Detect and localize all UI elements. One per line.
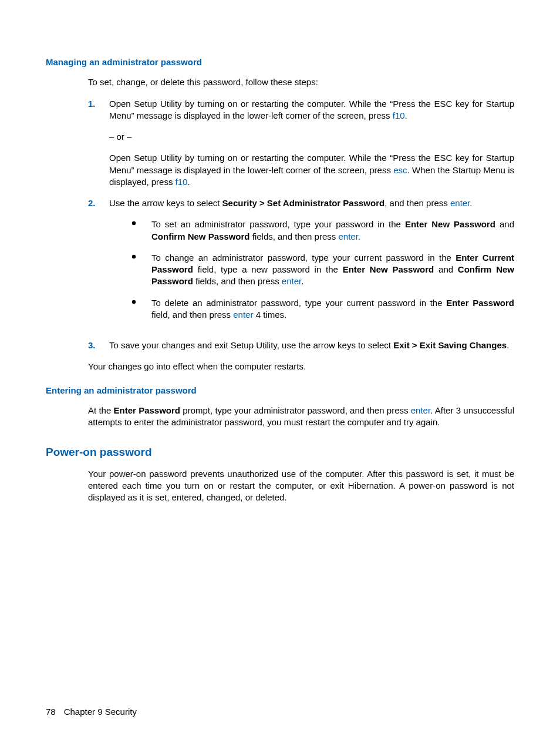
step-number: 1. (88, 98, 109, 189)
bullet-icon (130, 297, 151, 321)
bullet-item: To change an administrator password, typ… (130, 252, 514, 288)
bullet-body: To change an administrator password, typ… (151, 252, 514, 288)
key-enter: enter (338, 231, 357, 241)
bullet-body: To delete an administrator password, typ… (151, 297, 514, 321)
section2-paragraph: At the Enter Password prompt, type your … (88, 405, 514, 429)
page-number: 78 (46, 707, 56, 717)
step-body: To save your changes and exit Setup Util… (109, 340, 514, 351)
key-esc: esc (393, 165, 407, 175)
step-2-paragraph: Use the arrow keys to select Security > … (109, 197, 514, 209)
svg-point-1 (132, 255, 136, 258)
bullet-icon (130, 219, 151, 243)
step-1-paragraph-2: Open Setup Utility by turning on or rest… (109, 152, 514, 188)
chapter-label: Chapter 9 Security (64, 707, 137, 717)
bullet-icon (130, 252, 151, 288)
step-3: 3. To save your changes and exit Setup U… (88, 340, 514, 351)
section3-paragraph: Your power-on password prevents unauthor… (88, 468, 514, 504)
intro-paragraph: To set, change, or delete this password,… (88, 76, 514, 88)
step-1-paragraph-1: Open Setup Utility by turning on or rest… (109, 98, 514, 122)
page-footer: 78Chapter 9 Security (46, 706, 137, 718)
step-body: Use the arrow keys to select Security > … (109, 197, 514, 330)
outro-paragraph: Your changes go into effect when the com… (88, 361, 514, 372)
key-f10: f10 (393, 110, 405, 120)
key-enter: enter (411, 405, 430, 415)
step-3-paragraph: To save your changes and exit Setup Util… (109, 340, 514, 351)
step-number: 2. (88, 197, 109, 330)
step-body: Open Setup Utility by turning on or rest… (109, 98, 514, 189)
key-enter: enter (233, 310, 253, 320)
step-number: 3. (88, 340, 109, 351)
heading-entering-admin-password: Entering an administrator password (46, 385, 514, 396)
key-enter: enter (450, 198, 470, 208)
step-1: 1. Open Setup Utility by turning on or r… (88, 98, 514, 189)
step-2: 2. Use the arrow keys to select Security… (88, 197, 514, 330)
heading-power-on-password: Power-on password (46, 445, 514, 460)
step-1-or: – or – (109, 131, 514, 143)
svg-point-0 (132, 221, 136, 225)
heading-managing-admin-password: Managing an administrator password (46, 56, 514, 68)
key-f10: f10 (176, 177, 188, 187)
key-enter: enter (282, 276, 301, 286)
bullet-item: To set an administrator password, type y… (130, 219, 514, 243)
document-page: Managing an administrator password To se… (0, 0, 560, 504)
bullet-item: To delete an administrator password, typ… (130, 297, 514, 321)
bullet-body: To set an administrator password, type y… (151, 219, 514, 243)
svg-point-2 (132, 300, 136, 303)
